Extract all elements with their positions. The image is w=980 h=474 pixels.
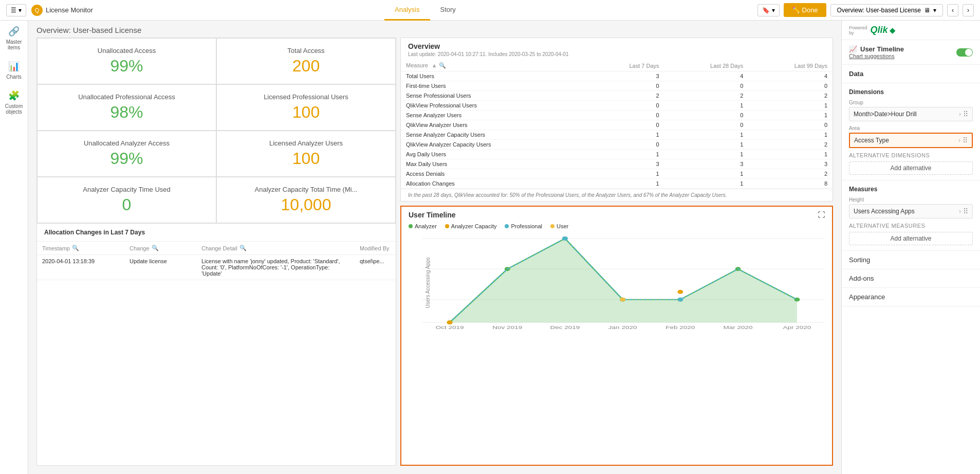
page-title: Overview: User-based License xyxy=(36,26,833,34)
bookmark-button[interactable]: 🔖 ▾ xyxy=(757,4,779,16)
rs-dimensions-section: Dimensions Group Month>Date>Hour Drill ›… xyxy=(842,83,980,180)
overview-table-row: Sense Analyzer Users001 xyxy=(401,111,833,120)
prev-sheet-button[interactable]: ‹ xyxy=(947,4,958,16)
svg-point-20 xyxy=(677,290,683,294)
sidebar-item-custom-objects[interactable]: 🧩 Custom objects xyxy=(0,90,28,115)
qlik-logo: Qlik xyxy=(871,25,888,35)
col-timestamp: Timestamp 🔍 xyxy=(37,242,124,254)
tab-story[interactable]: Story xyxy=(430,0,466,21)
legend-dot-user xyxy=(550,224,554,228)
field-icons: › ⠿ xyxy=(959,207,968,215)
overview-col-d7: Last 7 Days xyxy=(586,60,664,71)
svg-text:Oct 2019: Oct 2019 xyxy=(436,324,464,330)
overview-col-d99: Last 99 Days xyxy=(748,60,833,71)
grid-icon[interactable]: ⠿ xyxy=(963,136,968,144)
overview-col-d28: Last 28 Days xyxy=(664,60,749,71)
sidebar-item-charts[interactable]: 📊 Charts xyxy=(6,61,21,80)
pencil-icon: ✏️ xyxy=(792,6,800,14)
search-icon[interactable]: 🔍 xyxy=(152,245,159,251)
chart-line-icon: 📈 xyxy=(849,45,857,53)
addons-section[interactable]: Add-ons xyxy=(842,269,980,288)
overview-table-row: Access Denials112 xyxy=(401,169,833,179)
topbar-nav: Analysis Story xyxy=(384,0,466,21)
rs-logo-header: Poweredby Qlik ◆ xyxy=(842,21,980,40)
tab-analysis[interactable]: Analysis xyxy=(384,0,430,21)
overview-subtitle: Last update: 2020-04-01 10:27:11. Includ… xyxy=(401,51,833,60)
overview-table-row: QlikView Analyzer Users000 xyxy=(401,120,833,130)
right-sidebar: Poweredby Qlik ◆ 📈 User Timeline Chart s… xyxy=(841,21,980,474)
chart-suggestions-toggle[interactable] xyxy=(956,48,973,57)
overview-table: Measure ▲ 🔍 Last 7 Days Last 28 Days Las… xyxy=(401,60,833,189)
sense-logo: ◆ xyxy=(890,26,895,34)
svg-marker-8 xyxy=(450,239,797,322)
legend-dot-analyzer-capacity xyxy=(445,224,449,228)
overview-table-row: QlikView Analyzer Capacity Users012 xyxy=(401,140,833,150)
content-area: Overview: User-based License Unallocated… xyxy=(28,21,841,474)
chart-panel: User Timeline ⛶ Analyzer Analyzer Capaci… xyxy=(400,206,833,466)
kpi-total-access: Total Access 200 xyxy=(216,38,396,84)
legend-dot-professional xyxy=(505,224,509,228)
overview-table-row: Total Users344 xyxy=(401,71,833,81)
kpi-licensed-analyzer: Licensed Analyzer Users 100 xyxy=(216,131,396,177)
right-panel: Overview Last update: 2020-04-01 10:27:1… xyxy=(400,38,833,466)
svg-point-21 xyxy=(620,298,625,302)
hamburger-icon: ☰ xyxy=(11,7,16,14)
topbar-right: 🔖 ▾ ✏️ Done Overview: User-based License… xyxy=(757,3,974,17)
menu-button[interactable]: ☰ ▾ xyxy=(6,4,26,16)
search-icon[interactable]: 🔍 xyxy=(439,62,446,68)
chart-suggestions-link[interactable]: Chart suggestions xyxy=(849,53,904,59)
search-icon[interactable]: 🔍 xyxy=(239,245,247,251)
sorting-section[interactable]: Sorting xyxy=(842,251,980,269)
filter-icon[interactable]: ▲ xyxy=(432,62,437,68)
group-field: Group Month>Date>Hour Drill › ⠿ xyxy=(849,100,973,121)
chart-icon: 📊 xyxy=(8,61,20,72)
grid-icon[interactable]: ⠿ xyxy=(963,110,968,118)
main-layout: 🔗 Master items 📊 Charts 🧩 Custom objects… xyxy=(0,21,980,474)
topbar-left: ☰ ▾ Q License Monitor xyxy=(6,4,93,16)
add-alternative-measure-button[interactable]: Add alternative xyxy=(849,232,973,245)
cell-change: Update license xyxy=(124,255,196,280)
dashboard-grid: Unallocated Access 99% Total Access 200 … xyxy=(28,38,841,474)
y-axis-label: Users Accessing Apps xyxy=(425,258,431,308)
expand-icon[interactable]: ⛶ xyxy=(818,211,825,219)
kpi-grid: Unallocated Access 99% Total Access 200 … xyxy=(36,38,396,224)
chart-container: Users Accessing Apps 3 2 1 0 xyxy=(401,231,832,334)
app-logo-area: Q License Monitor xyxy=(31,5,93,16)
data-section-title[interactable]: Data xyxy=(849,70,973,78)
sidebar-item-master-items[interactable]: 🔗 Master items xyxy=(0,26,28,50)
add-alternative-dimension-button[interactable]: Add alternative xyxy=(849,161,973,175)
next-sheet-button[interactable]: › xyxy=(963,4,974,16)
grid-icon[interactable]: ⠿ xyxy=(963,207,968,215)
sheet-name-button[interactable]: Overview: User-based License 🖥 ▾ xyxy=(830,4,943,16)
field-icons: › ⠿ xyxy=(959,110,968,118)
area-field-row[interactable]: Access Type › ⠿ xyxy=(849,133,973,148)
measures-title: Measures xyxy=(849,186,973,193)
dimensions-title: Dimensions xyxy=(849,88,973,96)
done-button[interactable]: ✏️ Done xyxy=(784,3,826,17)
kpi-unallocated-access: Unallocated Access 99% xyxy=(37,38,216,84)
app-name-label: License Monitor xyxy=(46,6,93,14)
allocation-table-title: Allocation Changes in Last 7 Days xyxy=(37,224,396,242)
chevron-right-icon: › xyxy=(959,111,961,118)
chart-legend: Analyzer Analyzer Capacity Professional xyxy=(401,221,832,231)
cell-timestamp: 2020-04-01 13:18:39 xyxy=(37,255,124,280)
overview-note: In the past 28 days, QlikView accounted … xyxy=(401,189,833,201)
legend-user: User xyxy=(550,223,568,229)
col-change-detail: Change Detail 🔍 xyxy=(196,242,355,254)
left-sidebar: 🔗 Master items 📊 Charts 🧩 Custom objects xyxy=(0,21,28,474)
overview-panel: Overview Last update: 2020-04-01 10:27:1… xyxy=(400,38,833,202)
svg-text:Dec 2019: Dec 2019 xyxy=(550,324,580,330)
overview-table-row: Sense Professional Users222 xyxy=(401,91,833,101)
chevron-down-icon: ▾ xyxy=(19,7,22,14)
rs-header: 📈 User Timeline Chart suggestions xyxy=(842,40,980,65)
appearance-section[interactable]: Appearance xyxy=(842,288,980,306)
search-icon[interactable]: 🔍 xyxy=(72,245,79,251)
rs-measures-section: Measures Height Users Accessing Apps › ⠿… xyxy=(842,180,980,251)
overview-title: Overview xyxy=(401,38,833,51)
height-field-row[interactable]: Users Accessing Apps › ⠿ xyxy=(849,204,973,218)
col-change: Change 🔍 xyxy=(124,242,196,254)
alt-dimensions-label: Alternative dimensions xyxy=(849,152,973,158)
group-field-row[interactable]: Month>Date>Hour Drill › ⠿ xyxy=(849,107,973,121)
overview-col-measure: Measure ▲ 🔍 xyxy=(401,60,586,71)
cell-detail: License with name 'jonny' updated, Produ… xyxy=(196,255,355,280)
